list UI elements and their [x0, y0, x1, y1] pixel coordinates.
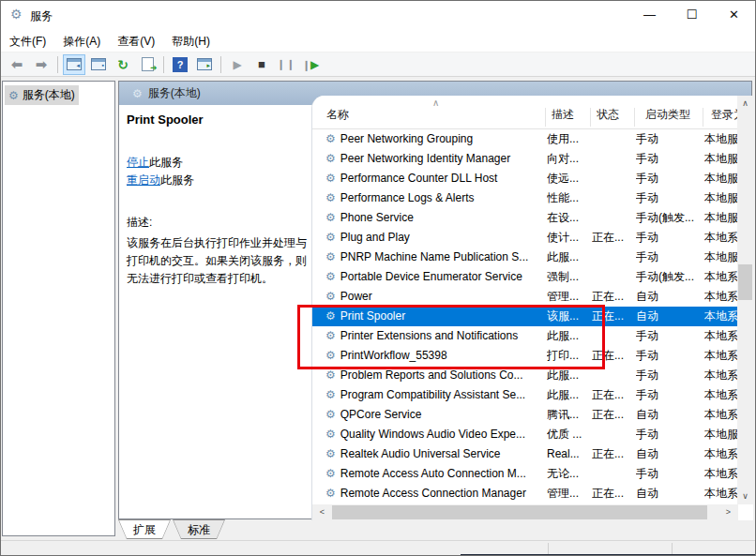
forward-button[interactable]: ➡ [30, 54, 53, 75]
help-button[interactable]: ? [169, 54, 191, 75]
table-row[interactable]: ⚙Power 管理... 正在... 自动 本地系统 [312, 287, 738, 307]
service-gear-icon: ⚙ [325, 388, 336, 401]
table-row[interactable]: ⚙Quality Windows Audio Video Expe... 优质 … [312, 425, 738, 444]
restart-service-link[interactable]: 重启动 [127, 173, 160, 187]
service-gear-icon: ⚙ [325, 487, 336, 500]
show-action-pane-button[interactable]: ▸ [193, 54, 216, 75]
service-gear-icon: ⚙ [325, 152, 336, 165]
service-logon-cell: 本地服务 [704, 208, 738, 228]
table-row[interactable]: ⚙Portable Device Enumerator Service 强制..… [312, 267, 738, 287]
table-row[interactable]: ⚙Print Spooler 该服... 正在... 自动 本地系统 [312, 307, 738, 326]
column-separator[interactable] [703, 108, 703, 127]
service-logon-cell: 本地系统 [704, 444, 738, 464]
table-row[interactable]: ⚙Phone Service 在设... 手动(触发... 本地服务 [312, 208, 738, 228]
service-startup-cell: 手动 [636, 129, 703, 149]
table-row[interactable]: ⚙Performance Counter DLL Host 使远... 手动 本… [312, 169, 738, 188]
service-logon-cell: 本地系统 [704, 484, 738, 503]
service-description-cell: 此服... [547, 326, 590, 346]
service-gear-icon: ⚙ [325, 309, 336, 323]
minimize-button[interactable]: — [628, 1, 671, 29]
table-row[interactable]: ⚙Remote Access Connection Manager 管理... … [312, 484, 738, 503]
column-header-name[interactable]: 名称 [326, 107, 349, 123]
back-button[interactable]: ⬅ [6, 54, 28, 75]
scroll-right-icon[interactable]: > [720, 504, 736, 520]
horizontal-scroll-thumb[interactable] [332, 505, 707, 519]
service-startup-cell: 手动(触发... [636, 208, 703, 228]
service-startup-cell: 自动 [636, 307, 703, 326]
menu-item[interactable]: 帮助(H) [163, 29, 219, 53]
scroll-down-icon[interactable]: ∨ [737, 488, 753, 504]
properties-button[interactable]: ▪ [87, 54, 110, 75]
table-row[interactable]: ⚙Problem Reports and Solutions Co... 此服.… [312, 366, 738, 385]
description-label: 描述: [127, 215, 304, 231]
service-startup-cell: 手动 [636, 169, 703, 188]
table-row[interactable]: ⚙PNRP Machine Name Publication S... 此服..… [312, 248, 738, 267]
service-gear-icon: ⚙ [325, 250, 336, 263]
service-startup-cell: 自动 [636, 484, 703, 503]
service-description-cell: 腾讯... [547, 405, 590, 425]
vertical-scrollbar[interactable]: ∧ ∨ [737, 96, 753, 504]
restart-service-button[interactable]: ❙▶ [299, 54, 322, 75]
services-gear-icon: ⚙ [8, 89, 19, 102]
service-gear-icon: ⚙ [325, 329, 336, 342]
service-status-cell [592, 188, 634, 208]
stop-service-link[interactable]: 停止 [127, 156, 149, 169]
table-row[interactable]: ⚙Plug and Play 使计... 正在... 手动 本地系统 [312, 228, 738, 248]
forward-icon: ➡ [36, 57, 48, 71]
column-separator[interactable] [634, 108, 635, 127]
scroll-up-icon[interactable]: ∧ [737, 96, 753, 112]
table-row[interactable]: ⚙Peer Networking Grouping 使用... 手动 本地服务 [312, 129, 738, 149]
pause-service-icon: ❙❙ [277, 59, 295, 69]
service-description-cell: 在设... [547, 208, 590, 228]
service-description: 该服务在后台执行打印作业并处理与打印机的交互。如果关闭该服务，则无法进行打印或查… [127, 234, 310, 288]
service-status-cell: 正在... [592, 287, 634, 307]
column-header-startup-type[interactable]: 启动类型 [645, 107, 690, 123]
service-startup-cell: 手动 [636, 346, 703, 366]
refresh-button[interactable]: ↻ [112, 54, 134, 75]
table-row[interactable]: ⚙Performance Logs & Alerts 性能... 手动 本地服务 [312, 188, 738, 208]
tab-standard[interactable]: 标准 [173, 519, 225, 539]
stop-service-button[interactable]: ■ [250, 54, 273, 75]
close-button[interactable]: ✕ [713, 1, 755, 29]
table-row[interactable]: ⚙Peer Networking Identity Manager 向对... … [312, 149, 738, 169]
toolbar-separator [220, 56, 221, 73]
column-header-status[interactable]: 状态 [597, 107, 619, 123]
maximize-button[interactable]: ☐ [671, 1, 713, 29]
service-logon-cell: 本地服务 [704, 129, 738, 149]
start-service-button[interactable]: ▶ [226, 54, 249, 75]
service-logon-cell: 本地系统 [704, 385, 738, 405]
scroll-left-icon[interactable]: < [314, 504, 330, 520]
table-row[interactable]: ⚙Program Compatibility Assistant Se... 此… [312, 385, 738, 405]
horizontal-scrollbar[interactable]: < > [312, 504, 738, 520]
tree-item-services-local[interactable]: ⚙ 服务(本地) [5, 85, 79, 105]
column-separator[interactable] [545, 108, 546, 127]
export-list-button[interactable] [136, 54, 159, 75]
table-row[interactable]: ⚙Realtek Audio Universal Service Real...… [312, 444, 738, 464]
show-console-tree-button[interactable]: ◂ [63, 54, 85, 75]
column-header-description[interactable]: 描述 [552, 107, 574, 123]
service-rows: ⚙Peer Networking Grouping 使用... 手动 本地服务 … [312, 129, 738, 503]
service-logon-cell: 本地系统 [704, 228, 738, 248]
menu-item[interactable]: 查看(V) [109, 29, 163, 53]
tab-extended[interactable]: 扩展 [118, 519, 171, 539]
service-description-cell: Real... [547, 444, 590, 464]
pause-service-button[interactable]: ❙❙ [275, 54, 297, 75]
table-row[interactable]: ⚙Printer Extensions and Notifications 此服… [312, 326, 738, 346]
service-startup-cell: 手动(触发... [636, 267, 703, 287]
table-row[interactable]: ⚙Remote Access Auto Connection M... 无论..… [312, 464, 738, 484]
service-description-cell: 此服... [547, 385, 590, 405]
service-logon-cell: 本地服务 [704, 188, 738, 208]
service-status-cell [592, 366, 634, 385]
menu-item[interactable]: 文件(F) [1, 29, 54, 53]
table-row[interactable]: ⚙QPCore Service 腾讯... 正在... 自动 本地系统 [312, 405, 738, 425]
column-separator[interactable] [590, 108, 591, 127]
view-tabs: 扩展 标准 [118, 519, 227, 539]
table-row[interactable]: ⚙PrintWorkflow_55398 打印... 正在... 手动 本地系统 [312, 346, 738, 366]
service-status-cell [592, 425, 634, 444]
menu-item[interactable]: 操作(A) [54, 29, 109, 53]
export-list-icon [142, 57, 154, 71]
service-startup-cell: 手动 [636, 248, 703, 267]
vertical-scroll-thumb[interactable] [738, 264, 752, 300]
service-gear-icon: ⚙ [325, 408, 336, 421]
service-gear-icon: ⚙ [325, 211, 336, 224]
